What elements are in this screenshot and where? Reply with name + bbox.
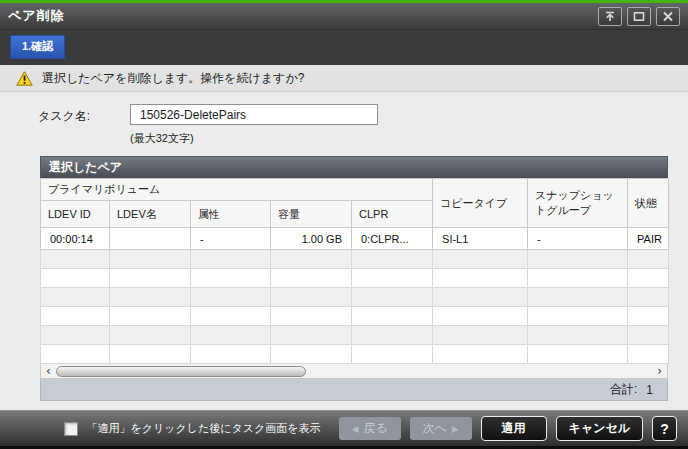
dialog-content: 選択したペアを削除します。操作を続けますか? タスク名: (最大32文字) 選択… [0, 65, 688, 410]
next-button-label: 次へ [422, 420, 446, 437]
back-arrow-icon: ◀ [351, 424, 358, 434]
column-header-ldev-name[interactable]: LDEV名 [110, 201, 191, 228]
group-header-primary-volume: プライマリボリューム [41, 179, 433, 201]
empty-row [41, 345, 669, 364]
scrollbar-track[interactable] [56, 366, 652, 377]
window-controls [598, 7, 680, 26]
empty-row [41, 326, 669, 345]
warning-bar: 選択したペアを削除します。操作を続けますか? [0, 65, 688, 92]
column-header-status[interactable]: 状態 [628, 179, 669, 228]
total-label: 合計: [610, 381, 637, 398]
empty-row [41, 288, 669, 307]
cell-capacity: 1.00 GB [271, 228, 352, 250]
close-button[interactable] [656, 7, 680, 26]
task-name-label: タスク名: [38, 108, 90, 125]
cell-ldev-name [110, 228, 191, 250]
task-name-hint: (最大32文字) [130, 131, 688, 146]
maximize-button[interactable] [627, 7, 651, 26]
total-bar: 合計: 1 [40, 379, 668, 401]
warning-message: 選択したペアを削除します。操作を続けますか? [42, 70, 304, 87]
scrollbar-thumb[interactable] [56, 366, 306, 377]
close-icon [662, 11, 674, 22]
cell-copy-type: SI-L1 [433, 228, 528, 250]
empty-row [41, 307, 669, 326]
warning-icon [16, 71, 33, 86]
cell-attribute: - [191, 228, 271, 250]
table-title: 選択したペア [40, 156, 668, 178]
column-header-attribute[interactable]: 属性 [191, 201, 271, 228]
horizontal-scrollbar[interactable]: ‹ › [40, 364, 668, 379]
maximize-icon [633, 11, 645, 22]
pair-delete-dialog: ペア削除 1.確認 [0, 0, 688, 449]
tab-confirm[interactable]: 1.確認 [10, 35, 65, 59]
show-task-screen-checkbox[interactable] [64, 422, 78, 436]
dialog-title: ペア削除 [8, 7, 65, 25]
selected-pairs-table: 選択したペア プライマリボリューム コピータイプ スナップショットグループ 状態… [40, 156, 668, 401]
table-row[interactable]: 00:00:14 - 1.00 GB 0:CLPR... SI-L1 - PAI… [41, 228, 669, 250]
show-task-screen-option[interactable]: 「適用」をクリックした後にタスク画面を表示 [64, 421, 321, 436]
action-bar: 「適用」をクリックした後にタスク画面を表示 ◀ 戻る 次へ ▶ 適用 キャンセル… [0, 410, 688, 446]
back-button[interactable]: ◀ 戻る [339, 417, 401, 440]
task-name-row: タスク名: [0, 104, 688, 125]
back-button-label: 戻る [363, 420, 387, 437]
wizard-steps: 1.確認 [0, 30, 688, 65]
rollup-button[interactable] [598, 7, 622, 26]
apply-button[interactable]: 適用 [481, 416, 547, 441]
column-header-snapshot-group[interactable]: スナップショットグループ [528, 179, 628, 228]
empty-row [41, 250, 669, 269]
column-header-capacity[interactable]: 容量 [271, 201, 352, 228]
cell-status: PAIR [628, 228, 669, 250]
show-task-screen-label: 「適用」をクリックした後にタスク画面を表示 [87, 421, 321, 436]
column-header-clpr[interactable]: CLPR [352, 201, 433, 228]
cancel-button[interactable]: キャンセル [556, 416, 643, 441]
scroll-left-arrow[interactable]: ‹ [46, 366, 51, 377]
next-arrow-icon: ▶ [452, 424, 459, 434]
titlebar: ペア削除 [0, 3, 688, 30]
scroll-right-arrow[interactable]: › [657, 366, 662, 377]
total-value: 1 [646, 383, 653, 397]
rollup-icon [604, 11, 616, 22]
next-button[interactable]: 次へ ▶ [410, 417, 472, 440]
empty-row [41, 269, 669, 288]
column-header-ldev-id[interactable]: LDEV ID [41, 201, 110, 228]
cell-clpr: 0:CLPR... [352, 228, 433, 250]
task-name-input[interactable] [130, 104, 378, 125]
column-header-copy-type[interactable]: コピータイプ [433, 179, 528, 228]
help-button[interactable]: ? [652, 416, 677, 441]
cell-ldev-id: 00:00:14 [41, 228, 110, 250]
cell-snapshot-group: - [528, 228, 628, 250]
